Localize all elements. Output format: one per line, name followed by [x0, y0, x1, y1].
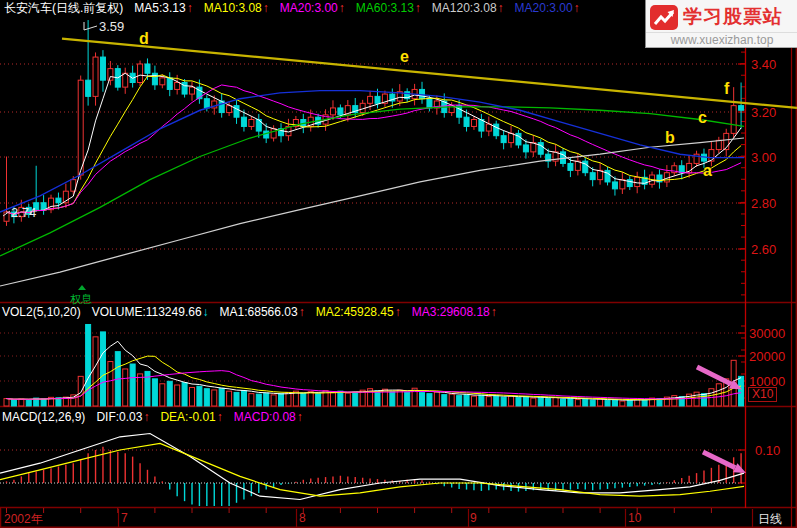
- candlestick-series: [4, 20, 744, 226]
- price-axis: [738, 14, 746, 508]
- ma-label-group: MA5:3.13↑MA10:3.08↑MA20:3.00↑MA60:3.13↑M…: [134, 1, 579, 15]
- volume-indicator-label: MA3:29608.18↑: [412, 305, 497, 319]
- stock-chart-window: 长安汽车(日线.前复权) MA5:3.13↑MA10:3.08↑MA20:3.0…: [0, 0, 797, 528]
- price-axis-label: 3.40: [751, 57, 776, 72]
- macd-axis-label: 0.10: [755, 443, 780, 458]
- up-arrow-icon: ↑: [297, 410, 303, 424]
- dividend-event-label: 权息: [70, 292, 92, 307]
- up-arrow-icon: ↑: [187, 1, 193, 15]
- timeline-month-label: 7: [121, 511, 128, 525]
- logo-trend-icon: [649, 4, 679, 31]
- up-arrow-icon: ↑: [491, 305, 497, 319]
- ma-label: MA5:3.13↑: [134, 1, 192, 15]
- timeline-month-label: 2002年: [4, 511, 43, 528]
- volume-indicator-label: MA1:68566.03↑: [220, 305, 305, 319]
- price-axis-label: 3.00: [751, 150, 776, 165]
- up-arrow-icon: ↑: [574, 1, 580, 15]
- price-axis-label: 2.60: [751, 242, 776, 257]
- chart-letter-annotation: f: [724, 80, 729, 98]
- stock-title: 长安汽车(日线.前复权): [4, 1, 123, 15]
- price-axis-label: 2.80: [751, 196, 776, 211]
- up-arrow-icon: ↑: [415, 1, 421, 15]
- site-name: 学习股票站: [683, 4, 783, 30]
- peak-price-annotation: 3.59: [99, 19, 124, 34]
- chart-letter-annotation: c: [698, 109, 707, 127]
- volume-indicator-label: MA2:45928.45↑: [316, 305, 401, 319]
- volume-indicator-label: VOL2(5,10,20): [2, 305, 81, 319]
- chart-letter-annotation: e: [400, 48, 409, 66]
- down-arrow-icon: ↓: [203, 305, 209, 319]
- volume-series: [4, 324, 744, 406]
- price-axis-label: 3.20: [751, 105, 776, 120]
- macd-indicator-label: MACD:0.08↑: [234, 410, 303, 424]
- up-arrow-icon: ↑: [263, 1, 269, 15]
- ma-label: MA120:3.08↑: [432, 1, 504, 15]
- site-url: www.xuexizhan.top: [646, 32, 797, 48]
- timeline-month-label: 8: [299, 511, 306, 525]
- up-arrow-icon: ↑: [395, 305, 401, 319]
- site-logo[interactable]: 学习股票站 www.xuexizhan.top: [645, 0, 797, 48]
- ma-label: MA60:3.13↑: [356, 1, 421, 15]
- macd-series: [0, 434, 744, 507]
- up-arrow-icon: ↑: [143, 410, 149, 424]
- ma-label: MA10:3.08↑: [204, 1, 269, 15]
- timeline-month-label: 10: [628, 511, 641, 525]
- ma-label: MA20:3.00↑: [280, 1, 345, 15]
- up-arrow-icon: ↑: [299, 305, 305, 319]
- period-selector[interactable]: 日线: [758, 511, 782, 528]
- chart-letter-annotation: d: [139, 30, 149, 48]
- ma-label: MA20:3.00↑: [515, 1, 580, 15]
- timeline-month-label: 9: [470, 511, 477, 525]
- macd-pane-header: MACD(12,26,9)DIF:0.03↑DEA:-0.01↑MACD:0.0…: [2, 410, 303, 424]
- chart-letter-annotation: a: [703, 162, 712, 180]
- macd-indicator-label: DIF:0.03↑: [96, 410, 149, 424]
- chart-canvas[interactable]: [0, 0, 797, 528]
- volume-axis-label: 20000: [749, 349, 785, 364]
- chart-letter-annotation: b: [665, 129, 675, 147]
- macd-indicator-label: DEA:-0.01↑: [160, 410, 222, 424]
- volume-multiplier-badge: X10: [748, 387, 777, 402]
- main-chart-header: 长安汽车(日线.前复权) MA5:3.13↑MA10:3.08↑MA20:3.0…: [4, 1, 580, 15]
- up-arrow-icon: ↑: [217, 410, 223, 424]
- up-arrow-icon: ↑: [498, 1, 504, 15]
- dividend-event-icon: [78, 285, 86, 290]
- up-arrow-icon: ↑: [339, 1, 345, 15]
- low-price-annotation: 2.74: [11, 205, 36, 220]
- volume-pane-header: VOL2(5,10,20)VOLUME:113249.66↓MA1:68566.…: [2, 305, 497, 319]
- volume-axis-label: 30000: [749, 326, 785, 341]
- volume-indicator-label: VOLUME:113249.66↓: [92, 305, 209, 319]
- macd-indicator-label: MACD(12,26,9): [2, 410, 85, 424]
